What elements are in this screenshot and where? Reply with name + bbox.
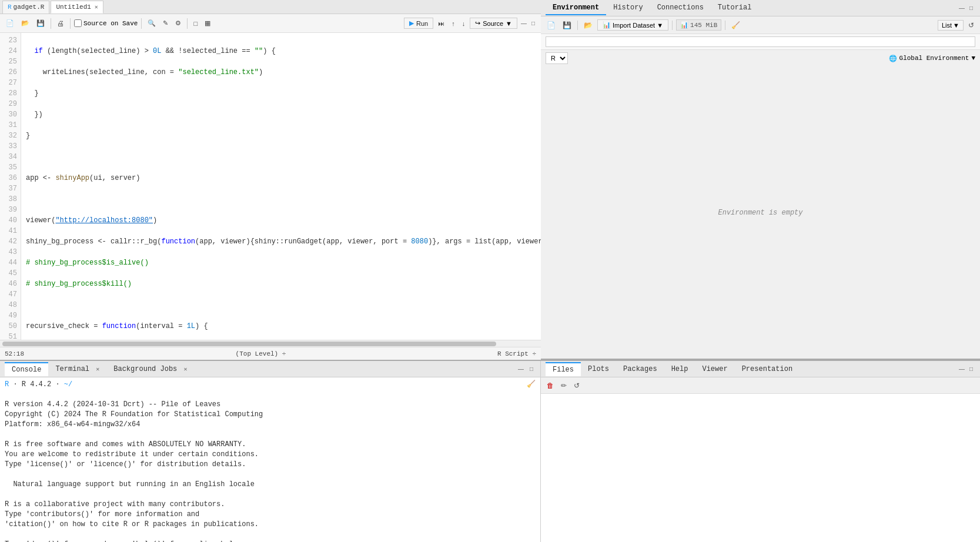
- import-dataset-button[interactable]: 📊 Import Dataset ▼: [597, 19, 668, 31]
- open-button[interactable]: 📂: [19, 18, 32, 28]
- maximize-console-button[interactable]: □: [527, 365, 536, 373]
- print-button[interactable]: 🖨: [55, 18, 66, 29]
- editor-scrollbar-horizontal[interactable]: [0, 340, 541, 347]
- source-dropdown-icon: ▼: [506, 20, 512, 27]
- console-line-10: 'citation()' on how to cite R or R packa…: [5, 520, 536, 530]
- minimize-editor-button[interactable]: —: [520, 19, 528, 28]
- tab-help[interactable]: Help: [664, 363, 695, 376]
- new-env-button[interactable]: 📄: [544, 20, 558, 31]
- tab-viewer[interactable]: Viewer: [695, 363, 734, 376]
- sep3: [725, 21, 725, 30]
- list-dropdown-icon: ▼: [953, 22, 959, 29]
- editor-toolbar: 📄 📂 💾 🖨 Source on Save 🔍 ✎ ⚙ □ ▦ ▶ Run ⏭: [0, 14, 541, 33]
- tab-untitled1[interactable]: Untitled1 ✕: [51, 1, 103, 14]
- search-button[interactable]: 🔍: [145, 18, 158, 28]
- memory-icon: 📊: [680, 21, 688, 29]
- run-next-button[interactable]: ⏭: [436, 19, 447, 28]
- tab-gadget-r[interactable]: R gadget.R: [2, 1, 49, 14]
- file-type[interactable]: R Script ÷: [497, 350, 536, 357]
- maximize-editor-button[interactable]: □: [529, 19, 537, 28]
- console-line-7: Natural language support but running in …: [5, 480, 536, 490]
- icon-btn-1[interactable]: □: [191, 19, 200, 28]
- files-tab-bar: Files Plots Packages Help Viewer Present…: [541, 361, 980, 377]
- code-line-28: [26, 152, 541, 162]
- console-clear-icon[interactable]: 🧹: [527, 380, 536, 390]
- tab-presentation[interactable]: Presentation: [735, 363, 800, 376]
- edit-file-button[interactable]: ✏: [558, 380, 569, 391]
- refresh-files-button[interactable]: ↺: [571, 380, 582, 391]
- run-arrow-icon: ▶: [409, 19, 414, 27]
- bottom-section: Console Terminal ✕ Background Jobs ✕ — □…: [0, 360, 980, 542]
- new-script-button[interactable]: 📄: [4, 18, 16, 28]
- icon-btn-2[interactable]: ▦: [202, 18, 213, 28]
- console-line-9: Type 'contributors()' for more informati…: [5, 510, 536, 520]
- tab-plots[interactable]: Plots: [581, 363, 616, 376]
- bg-jobs-tab-close[interactable]: ✕: [184, 366, 188, 373]
- list-view-button[interactable]: List ▼: [938, 20, 964, 31]
- code-line-31: viewer("http://localhost:8080"): [26, 215, 541, 226]
- tab-background-jobs[interactable]: Background Jobs ✕: [106, 363, 194, 376]
- r-env-select[interactable]: R: [546, 52, 568, 64]
- console-line-5: You are welcome to redistribute it under…: [5, 450, 536, 460]
- tab-terminal[interactable]: Terminal ✕: [48, 363, 106, 376]
- code-line-32: shiny_bg_process <- callr::r_bg(function…: [26, 236, 541, 247]
- env-dropdown-icon: ▼: [971, 55, 975, 62]
- run-button[interactable]: ▶ Run: [404, 18, 433, 29]
- spell-button[interactable]: ✎: [160, 18, 170, 28]
- import-dropdown-icon: ▼: [657, 22, 663, 29]
- tab-console[interactable]: Console: [5, 362, 48, 376]
- separator: [51, 18, 51, 29]
- wand-button[interactable]: ⚙: [173, 18, 183, 28]
- save-button[interactable]: 💾: [34, 18, 47, 28]
- load-env-button[interactable]: 📂: [581, 20, 595, 31]
- env-search-input[interactable]: [546, 36, 975, 47]
- broom-button[interactable]: 🧹: [729, 20, 742, 31]
- tab-environment[interactable]: Environment: [546, 1, 606, 15]
- tab-tutorial[interactable]: Tutorial: [711, 1, 759, 15]
- editor-pane: R gadget.R Untitled1 ✕ 📄 📂 💾 🖨 Source on…: [0, 0, 541, 360]
- code-line-30: [26, 194, 541, 205]
- code-editor[interactable]: 2324252627 2829303132 3334353637 3839404…: [0, 33, 541, 340]
- tab-connections[interactable]: Connections: [650, 1, 711, 15]
- run-down-button[interactable]: ↓: [460, 19, 468, 28]
- tab-close-untitled1[interactable]: ✕: [95, 4, 98, 11]
- terminal-tab-close[interactable]: ✕: [96, 366, 99, 373]
- code-level[interactable]: (Top Level) ÷: [236, 350, 286, 357]
- console-line-2: Copyright (C) 2024 The R Foundation for …: [5, 410, 536, 420]
- files-window-controls: — □: [958, 365, 975, 373]
- memory-badge: 📊 145 MiB: [676, 19, 721, 31]
- env-toolbar-right: List ▼ ↺: [938, 20, 976, 31]
- code-line-26: }): [26, 109, 541, 120]
- run-up-button[interactable]: ↑: [449, 19, 457, 28]
- global-env-dropdown[interactable]: 🌐 Global Environment ▼: [889, 55, 975, 62]
- maximize-files-button[interactable]: □: [967, 365, 975, 373]
- console-tab-bar: Console Terminal ✕ Background Jobs ✕ — □: [0, 361, 540, 377]
- files-pane: Files Plots Packages Help Viewer Present…: [541, 361, 980, 542]
- tab-packages[interactable]: Packages: [616, 363, 664, 376]
- source-button[interactable]: ↪ Source ▼: [470, 18, 517, 29]
- source-on-save-checkbox[interactable]: [74, 19, 82, 27]
- import-icon: 📊: [603, 21, 611, 29]
- cursor-position: 52:18: [5, 350, 24, 357]
- source-on-save-label[interactable]: Source on Save: [74, 19, 138, 27]
- maximize-right-button[interactable]: □: [967, 4, 975, 12]
- code-content[interactable]: if (length(selected_line) > 0L && !selec…: [21, 33, 541, 340]
- editor-window-controls: — □: [520, 19, 537, 28]
- console-line-8: R is a collaborative project with many c…: [5, 500, 536, 510]
- delete-file-button[interactable]: 🗑: [544, 380, 556, 391]
- sep: [577, 21, 578, 30]
- console-content[interactable]: R · R 4.4.2 · ~/ 🧹 R version 4.4.2 (2024…: [0, 377, 540, 542]
- source-icon: ↪: [475, 19, 480, 27]
- save-env-button[interactable]: 💾: [560, 20, 574, 31]
- minimize-console-button[interactable]: —: [517, 365, 525, 373]
- console-line-4: R is free software and comes with ABSOLU…: [5, 440, 536, 450]
- environment-pane: Environment History Connections Tutorial…: [541, 0, 980, 360]
- refresh-env-button[interactable]: ↺: [966, 20, 976, 31]
- tab-history[interactable]: History: [606, 1, 650, 15]
- tab-files[interactable]: Files: [546, 362, 581, 376]
- code-line-35: [26, 300, 541, 310]
- minimize-right-button[interactable]: —: [958, 4, 966, 12]
- code-line-34: # shiny_bg_process$kill(): [26, 279, 541, 289]
- minimize-files-button[interactable]: —: [958, 365, 966, 373]
- files-content: [541, 394, 980, 542]
